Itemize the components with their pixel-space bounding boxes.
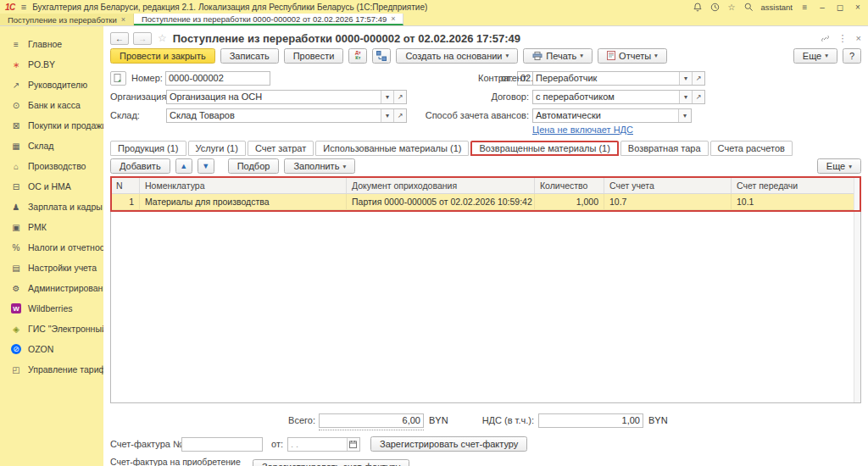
register-invoice-button[interactable]: Зарегистрировать счет-фактуру: [370, 436, 527, 452]
help-button[interactable]: ?: [843, 48, 861, 64]
invoice-date-input[interactable]: [288, 439, 347, 449]
cell-transfer-account[interactable]: 10.1: [732, 194, 860, 209]
sidebar-item-taxes[interactable]: %Налоги и отчетность: [0, 237, 103, 258]
col-header-quantity[interactable]: Количество: [535, 177, 604, 193]
open-link-icon[interactable]: ↗: [393, 109, 406, 122]
window-tab-document[interactable]: Поступление из переработки 0000-000002 о…: [134, 14, 403, 25]
get-link-icon[interactable]: [821, 34, 830, 43]
forward-button[interactable]: →: [133, 32, 152, 45]
chevron-down-icon[interactable]: ▾: [381, 109, 393, 122]
table-empty-area[interactable]: [111, 211, 854, 402]
cell-quantity[interactable]: 1,000: [535, 194, 604, 209]
sidebar-item-tariff[interactable]: ◰Управление тарифом: [0, 359, 103, 380]
window-tab-list-form[interactable]: Поступление из переработки ×: [0, 14, 134, 25]
open-link-icon[interactable]: ↗: [692, 91, 704, 103]
search-icon[interactable]: [744, 3, 754, 12]
col-header-transfer-account[interactable]: Счет передачи: [732, 177, 860, 193]
back-button[interactable]: ←: [110, 32, 129, 45]
sidebar-item-poby[interactable]: ∗PO.BY: [0, 54, 103, 75]
sidebar-item-accounting-settings[interactable]: ▤Настройки учета: [0, 258, 103, 278]
col-header-n[interactable]: N: [111, 177, 140, 193]
favorites-star-icon[interactable]: ☆: [727, 3, 737, 12]
maximize-button[interactable]: ◻: [835, 3, 845, 12]
service-menu-icon[interactable]: ≡: [800, 3, 810, 12]
show-postings-dtkt-button[interactable]: ДтКт: [348, 48, 367, 64]
open-link-icon[interactable]: ↗: [393, 91, 406, 103]
fill-label: Заполнить: [293, 161, 339, 171]
tab-cost-account[interactable]: Счет затрат: [248, 141, 314, 156]
counterparty-input[interactable]: [533, 73, 679, 83]
sidebar-item-rmk[interactable]: ▣РМК: [0, 217, 103, 237]
sidebar-item-administration[interactable]: ⚙Администрирование: [0, 278, 103, 298]
more-button[interactable]: Еще▾: [793, 48, 837, 64]
advance-offset-input[interactable]: [533, 110, 678, 120]
fill-button[interactable]: Заполнить▾: [284, 158, 355, 174]
sidebar-item-production[interactable]: ⌂Производство: [0, 156, 103, 176]
pick-button[interactable]: Подбор: [228, 158, 280, 174]
sidebar-item-ozon[interactable]: ⊘OZON: [0, 339, 103, 359]
move-down-button[interactable]: ▼: [198, 158, 214, 174]
notifications-bell-icon[interactable]: [693, 3, 703, 12]
tab-services[interactable]: Услуги (1): [188, 141, 246, 156]
vat-price-link[interactable]: Цена не включает НДС: [532, 125, 633, 135]
chevron-down-icon[interactable]: ▾: [679, 91, 692, 103]
organization-input[interactable]: [167, 92, 381, 102]
chevron-down-icon[interactable]: ▾: [381, 91, 393, 103]
tab-returned-materials[interactable]: Возвращенные материалы (1): [470, 141, 618, 156]
sidebar-item-fixed-assets[interactable]: ⊟ОС и НМА: [0, 176, 103, 197]
invoice-number-input[interactable]: [182, 439, 262, 449]
save-button[interactable]: Записать: [220, 48, 279, 64]
move-up-button[interactable]: ▲: [175, 158, 192, 174]
tab-settlement-accounts[interactable]: Счета расчетов: [710, 141, 793, 156]
register-purchase-invoice-button[interactable]: Зарегистрировать счет-фактуру: [253, 459, 409, 466]
add-row-button[interactable]: Добавить: [110, 158, 170, 174]
sidebar-item-bank[interactable]: ⊙Банк и касса: [0, 95, 103, 115]
sidebar-item-gis[interactable]: ◈ГИС "Электронный знак": [0, 319, 103, 339]
sidebar-item-warehouse[interactable]: ▦Склад: [0, 136, 103, 156]
chevron-down-icon[interactable]: ▾: [678, 109, 691, 122]
current-user[interactable]: assistant: [761, 3, 793, 12]
tab-close-icon[interactable]: ×: [121, 15, 125, 24]
cell-document[interactable]: Партия 0000-000005 от 02.02.2026 10:59:4…: [347, 194, 535, 209]
close-form-icon[interactable]: ×: [856, 33, 861, 43]
col-header-account[interactable]: Счет учета: [604, 177, 732, 193]
tab-returnable-packaging[interactable]: Возвратная тара: [620, 141, 709, 156]
history-icon[interactable]: [710, 3, 720, 12]
edit-number-button[interactable]: [110, 71, 126, 86]
cell-n[interactable]: 1: [111, 194, 140, 209]
cell-account[interactable]: 10.7: [604, 194, 732, 209]
open-link-icon[interactable]: ↗: [692, 72, 704, 85]
sidebar-item-manager[interactable]: ↗Руководителю: [0, 75, 103, 95]
cell-nomenclature[interactable]: Материалы для производства: [140, 194, 347, 209]
total-input[interactable]: [320, 415, 423, 425]
tab-products[interactable]: Продукция (1): [110, 141, 186, 156]
post-and-close-button[interactable]: Провести и закрыть: [110, 48, 215, 64]
sidebar-item-main[interactable]: ≡Главное: [0, 34, 103, 54]
number-input[interactable]: [166, 73, 270, 83]
related-documents-button[interactable]: [372, 48, 391, 64]
reports-button[interactable]: Отчеты▾: [598, 48, 667, 64]
create-based-button[interactable]: Создать на основании▾: [396, 48, 518, 64]
print-button[interactable]: Печать▾: [523, 48, 593, 64]
more-table-button[interactable]: Еще▾: [817, 158, 861, 174]
tab-used-materials[interactable]: Использованные материалы (1): [315, 141, 469, 156]
main-menu-icon[interactable]: ≡: [21, 2, 26, 12]
favorite-star-icon[interactable]: ☆: [158, 32, 167, 44]
vat-input[interactable]: [539, 415, 643, 425]
col-header-document[interactable]: Документ оприходования: [347, 177, 535, 193]
tab-close-icon[interactable]: ×: [391, 14, 395, 23]
more-menu-kebab-icon[interactable]: ⋮: [838, 33, 848, 44]
sidebar-item-purchases[interactable]: ⊠Покупки и продажи: [0, 115, 103, 136]
table-row[interactable]: 1 Материалы для производства Партия 0000…: [111, 194, 860, 210]
col-header-nomenclature[interactable]: Номенклатура: [140, 177, 347, 193]
table-scrollbar[interactable]: [854, 177, 860, 402]
warehouse-input[interactable]: [167, 110, 381, 120]
close-window-button[interactable]: ×: [853, 3, 863, 12]
chevron-down-icon[interactable]: ▾: [679, 72, 692, 85]
sidebar-item-salary[interactable]: ♟Зарплата и кадры: [0, 197, 103, 217]
calendar-icon[interactable]: [347, 438, 359, 451]
minimize-button[interactable]: –: [817, 3, 827, 12]
sidebar-item-wildberries[interactable]: WWildberries: [0, 298, 103, 319]
contract-input[interactable]: [533, 92, 679, 102]
post-button[interactable]: Провести: [284, 48, 344, 64]
